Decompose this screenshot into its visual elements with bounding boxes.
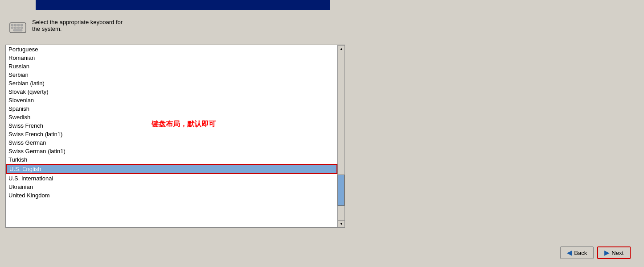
svg-rect-2: [14, 24, 16, 26]
svg-rect-1: [11, 24, 13, 26]
keyboard-list[interactable]: PortugueseRomanianRussianSerbianSerbian …: [6, 45, 337, 227]
list-item[interactable]: Turkish: [6, 155, 337, 164]
list-item[interactable]: Swiss German (latin1): [6, 147, 337, 155]
list-item[interactable]: Swiss French: [6, 121, 337, 130]
back-arrow-icon: ◀: [567, 249, 572, 256]
list-item[interactable]: Slovak (qwerty): [6, 88, 337, 96]
list-item[interactable]: United Kingdom: [6, 191, 337, 200]
list-item[interactable]: U.S. English: [6, 164, 337, 174]
next-button[interactable]: ▶ Next: [597, 246, 631, 259]
list-item[interactable]: Swiss German: [6, 138, 337, 147]
svg-rect-3: [17, 24, 20, 26]
top-bar: [36, 0, 330, 10]
svg-rect-9: [13, 29, 22, 31]
next-arrow-icon: ▶: [604, 249, 609, 256]
keyboard-list-container: PortugueseRomanianRussianSerbianSerbian …: [5, 45, 345, 228]
list-item[interactable]: Slovenian: [6, 96, 337, 104]
list-item[interactable]: Serbian: [6, 71, 337, 79]
scroll-down-button[interactable]: ▼: [338, 220, 345, 227]
list-item[interactable]: Serbian (latin): [6, 79, 337, 88]
list-item[interactable]: Portuguese: [6, 45, 337, 54]
main-container: PortugueseRomanianRussianSerbianSerbian …: [5, 45, 351, 228]
keyboard-icon: [9, 19, 27, 37]
header-text: Select the appropriate keyboard for the …: [32, 19, 123, 32]
list-item[interactable]: Swedish: [6, 113, 337, 121]
scrollbar-track[interactable]: ▲ ▼: [337, 45, 345, 227]
list-item[interactable]: Spanish: [6, 104, 337, 113]
svg-rect-6: [14, 27, 16, 29]
header-section: Select the appropriate keyboard for the …: [0, 13, 131, 43]
scroll-up-button[interactable]: ▲: [338, 45, 345, 52]
back-button[interactable]: ◀ Back: [560, 246, 594, 259]
list-item[interactable]: Swiss French (latin1): [6, 130, 337, 138]
svg-rect-5: [11, 27, 13, 29]
svg-rect-4: [21, 24, 23, 26]
scrollbar-thumb[interactable]: [337, 175, 345, 206]
button-area: ◀ Back ▶ Next: [560, 246, 631, 259]
svg-rect-8: [21, 27, 23, 29]
list-item[interactable]: Ukrainian: [6, 183, 337, 191]
svg-rect-7: [17, 27, 20, 29]
list-item[interactable]: U.S. International: [6, 174, 337, 183]
list-item[interactable]: Russian: [6, 62, 337, 71]
list-item[interactable]: Romanian: [6, 54, 337, 62]
